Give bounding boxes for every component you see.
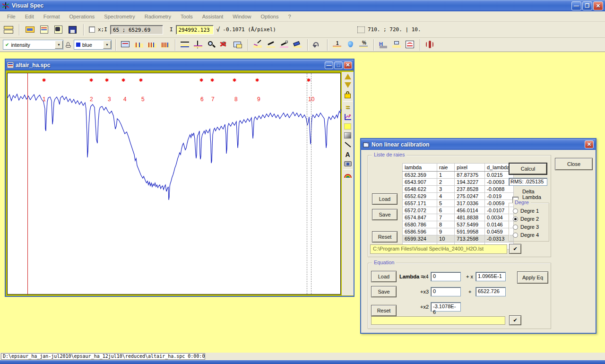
list-load-button[interactable]: Load	[372, 193, 398, 205]
display-mode-icon[interactable]	[120, 40, 131, 50]
calibration-dialog[interactable]: Non linear calibration ✕ Liste de raies …	[360, 138, 596, 334]
minimize-button[interactable]: —	[571, 1, 581, 10]
menu-tools[interactable]: Tools	[176, 12, 197, 21]
lock-icon[interactable]	[345, 94, 351, 98]
raies-table[interactable]: lambda raie pixel d_lambda 6532.359187.8…	[402, 163, 514, 250]
eq-x2-field[interactable]: -3.1078E-6	[431, 302, 461, 312]
selection-rect-icon[interactable]	[357, 26, 365, 33]
table-row[interactable]: 6557.1715317.0336-0.0059	[403, 200, 514, 207]
snapshot-icon[interactable]	[344, 161, 352, 166]
text-tool-icon[interactable]: A	[345, 151, 350, 158]
unzoom-icon[interactable]	[219, 40, 231, 50]
spectrum-minimize-button[interactable]: —	[325, 61, 333, 69]
spectrum-maximize-button[interactable]: □	[334, 61, 343, 69]
table-row[interactable]: 6580.7868537.54990.0146	[403, 221, 514, 228]
calibration-icon[interactable]	[391, 40, 403, 50]
rainbow-icon[interactable]	[344, 173, 352, 178]
table-row[interactable]: 6532.359187.873750.0215	[403, 172, 514, 179]
lst-path-field[interactable]: C:\Program Files\Visual Spec\Ha_2400_H2O…	[370, 244, 507, 254]
line-pick-single-icon[interactable]	[133, 40, 145, 50]
menu-assistant[interactable]: Assistant	[198, 12, 228, 21]
menu-help[interactable]: ?	[284, 12, 295, 21]
table-row[interactable]: 6572.0726456.0114-0.0107	[403, 207, 514, 214]
eq-x1-field[interactable]: 1.0965E-1	[475, 272, 506, 281]
eq-reset-button[interactable]: Reset	[371, 305, 397, 316]
hand-icon[interactable]	[65, 42, 72, 48]
spectrum-window-titlebar[interactable]: altair_ha.spc — □ ✕	[6, 60, 354, 70]
table-row-selected[interactable]: 6599.32410713.2598-0.0313	[403, 235, 514, 243]
calibration-dialog-titlebar[interactable]: Non linear calibration ✕	[361, 139, 596, 150]
list-save-button[interactable]: Save	[372, 209, 398, 220]
element-table-icon[interactable]: H	[378, 40, 389, 50]
gradient-icon[interactable]	[344, 132, 351, 139]
color-dropdown-arrow[interactable]: ▼	[103, 41, 111, 49]
spectrum-plot[interactable]: ✱ ✱ ✱ ✱ ✱ ✱ ✱ ✱ ✱ ✱ 1 2 3 4 5 6 7 8 9 10	[7, 73, 341, 295]
col-lambda[interactable]: lambda	[403, 164, 437, 172]
print-icon[interactable]	[3, 25, 14, 35]
series-dropdown-arrow[interactable]: ▼	[55, 41, 63, 49]
curve-edit-icon[interactable]: c	[344, 113, 352, 121]
pencil-icon[interactable]	[266, 40, 277, 50]
menu-options[interactable]: Options	[256, 12, 283, 21]
menu-format[interactable]: Format	[39, 12, 64, 21]
menu-file[interactable]: File	[3, 12, 20, 21]
coord-field[interactable]: 65 ; 6529.69	[110, 25, 163, 35]
spectrum-close-button[interactable]: ✕	[344, 61, 352, 69]
line-pick-multi-icon[interactable]	[160, 40, 171, 50]
color-combo[interactable]: blue ▼	[74, 40, 112, 50]
xi-checkbox[interactable]	[89, 26, 95, 33]
menu-window[interactable]: Window	[228, 12, 255, 21]
open-profile-icon[interactable]	[25, 25, 36, 35]
col-raie[interactable]: raie	[437, 164, 455, 172]
menu-operations[interactable]: Operations	[65, 12, 99, 21]
eq-confirm-button[interactable]: ✔	[509, 315, 521, 325]
dialog-close-icon[interactable]: ✕	[585, 140, 594, 148]
menu-spectrometry[interactable]: Spectrometry	[100, 12, 139, 21]
save-icon[interactable]	[67, 25, 78, 35]
list-reset-button[interactable]: Reset	[372, 231, 398, 243]
fill-area-icon[interactable]	[344, 123, 351, 130]
pick-continuum-icon[interactable]	[252, 40, 264, 50]
undo-icon[interactable]	[312, 40, 323, 50]
series-combo[interactable]: ✔ intensity ▼	[3, 40, 63, 50]
menu-edit[interactable]: Edit	[21, 12, 38, 21]
eq-c-field[interactable]: 6522.726	[475, 287, 506, 296]
calcul-button[interactable]: Calcul	[509, 163, 547, 175]
table-row[interactable]: 6586.5969591.99580.0459	[403, 228, 514, 235]
line-tool-icon[interactable]	[344, 141, 352, 148]
overlay-profile-icon[interactable]	[39, 25, 50, 35]
table-row[interactable]: 6543.9072194.3227-0.0093	[403, 179, 514, 186]
radio-degre-2[interactable]: Degre 2	[513, 216, 539, 222]
close-button[interactable]: ✕	[593, 1, 603, 10]
sound-icon[interactable]	[424, 40, 436, 50]
spectrum-window[interactable]: altair_ha.spc — □ ✕ ✱ ✱ ✱ ✱ ✱ ✱ ✱ ✱ ✱ ✱	[5, 59, 354, 297]
pencil-add-icon[interactable]	[279, 40, 290, 50]
shift-spectrum-icon[interactable]	[180, 40, 191, 50]
equalize-icon[interactable]: =	[346, 104, 350, 110]
radio-degre-1[interactable]: Degre 1	[513, 208, 539, 214]
lst-confirm-button[interactable]: ✔	[509, 244, 521, 254]
restore-button[interactable]: ❐	[582, 1, 592, 10]
percent-icon[interactable]: %	[358, 40, 370, 50]
close-dialog-button[interactable]: Close	[555, 158, 593, 170]
eq-save-button[interactable]: Save	[371, 286, 397, 297]
zoom-icon[interactable]	[206, 40, 217, 50]
menu-radiometry[interactable]: Radiometry	[140, 12, 175, 21]
table-row[interactable]: 6552.6294275.0247-0.019	[403, 193, 514, 200]
table-row[interactable]: 6574.8477481.88380.0034	[403, 214, 514, 221]
col-pixel[interactable]: pixel	[455, 164, 485, 172]
radio-degre-4[interactable]: Degre 4	[513, 232, 539, 238]
scale-up-icon[interactable]	[345, 74, 351, 79]
radio-degre-3[interactable]: Degre 3	[513, 224, 539, 230]
intensity-field[interactable]: 294992.123	[176, 25, 214, 35]
scale-spectrum-icon[interactable]	[193, 40, 204, 50]
water-drop-icon[interactable]	[345, 40, 356, 50]
psf-icon[interactable]	[405, 40, 416, 50]
eraser-icon[interactable]	[292, 40, 303, 50]
scale-down-icon[interactable]	[345, 82, 351, 88]
eq-load-button[interactable]: Load	[371, 271, 397, 282]
eq-path-field[interactable]	[371, 316, 505, 325]
eq-x3-field[interactable]: 0	[431, 287, 461, 296]
normalize-icon[interactable]: 1	[332, 40, 343, 50]
apply-eq-button[interactable]: Apply Eq	[517, 271, 548, 284]
